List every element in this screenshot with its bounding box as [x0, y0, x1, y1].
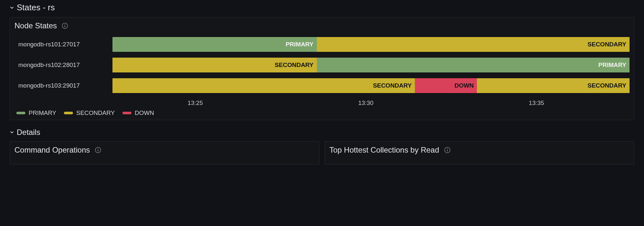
swatch-down-icon	[122, 112, 131, 114]
node-states-panel: Node States mongodb-rs101:27017 PRIMARY …	[10, 17, 634, 120]
chevron-down-icon	[10, 130, 14, 135]
hottest-collections-panel: Top Hottest Collections by Read	[325, 141, 634, 165]
swatch-primary-icon	[16, 112, 25, 114]
svg-rect-4	[98, 150, 98, 152]
chevron-down-icon	[10, 5, 14, 10]
segment-label: SECONDARY	[275, 61, 314, 69]
section-title-states: States - rs	[17, 3, 55, 13]
legend-item-secondary[interactable]: SECONDARY	[64, 109, 115, 117]
svg-rect-7	[447, 150, 448, 152]
state-segment-primary[interactable]: PRIMARY	[317, 58, 630, 72]
section-header-states[interactable]: States - rs	[10, 0, 634, 17]
axis-tick: 13:30	[358, 99, 374, 107]
swatch-secondary-icon	[64, 112, 73, 114]
node-label: mongodb-rs103:29017	[14, 82, 112, 89]
state-segment-secondary[interactable]: SECONDARY	[112, 78, 415, 93]
state-segment-secondary[interactable]: SECONDARY	[477, 78, 630, 93]
details-row: Command Operations Top Hottest Collectio…	[10, 141, 634, 165]
timeline-bar[interactable]: SECONDARY PRIMARY	[112, 58, 630, 72]
panel-header: Node States	[14, 21, 630, 30]
axis-tick: 13:35	[529, 99, 544, 107]
command-operations-panel: Command Operations	[10, 141, 319, 165]
panel-title-hottest: Top Hottest Collections by Read	[329, 146, 439, 155]
panel-title-node-states: Node States	[14, 21, 57, 30]
svg-point-5	[98, 148, 98, 149]
segment-label: SECONDARY	[587, 82, 626, 89]
svg-rect-1	[65, 25, 65, 27]
legend-label: DOWN	[135, 109, 154, 117]
timeline-area: mongodb-rs101:27017 PRIMARY SECONDARY mo…	[14, 37, 630, 117]
segment-label: DOWN	[454, 82, 474, 89]
info-icon[interactable]	[61, 22, 68, 29]
legend-item-down[interactable]: DOWN	[122, 109, 154, 117]
node-label: mongodb-rs102:28017	[14, 61, 112, 69]
segment-label: PRIMARY	[598, 61, 626, 69]
info-icon[interactable]	[444, 146, 451, 154]
section-header-details[interactable]: Details	[10, 125, 634, 141]
legend-item-primary[interactable]: PRIMARY	[16, 109, 56, 117]
panel-header: Top Hottest Collections by Read	[329, 146, 630, 155]
segment-label: PRIMARY	[286, 41, 314, 48]
legend-label: PRIMARY	[29, 109, 56, 117]
axis-tick: 13:25	[188, 99, 203, 107]
state-segment-secondary[interactable]: SECONDARY	[317, 37, 630, 52]
panel-header: Command Operations	[14, 146, 315, 155]
time-axis: 13:25 13:30 13:35	[112, 99, 630, 108]
timeline-bar[interactable]: SECONDARY DOWN SECONDARY	[112, 78, 630, 93]
timeline-row: mongodb-rs102:28017 SECONDARY PRIMARY	[14, 57, 630, 73]
timeline-bar[interactable]: PRIMARY SECONDARY	[112, 37, 630, 52]
svg-point-8	[447, 148, 447, 149]
state-segment-secondary[interactable]: SECONDARY	[112, 58, 317, 72]
segment-label: SECONDARY	[373, 82, 412, 89]
legend-label: SECONDARY	[76, 109, 115, 117]
legend: PRIMARY SECONDARY DOWN	[14, 109, 630, 117]
state-segment-primary[interactable]: PRIMARY	[112, 37, 317, 52]
node-label: mongodb-rs101:27017	[14, 41, 112, 48]
timeline-row: mongodb-rs103:29017 SECONDARY DOWN SECON…	[14, 78, 630, 93]
timeline-row: mongodb-rs101:27017 PRIMARY SECONDARY	[14, 37, 630, 52]
section-title-details: Details	[17, 128, 40, 137]
info-icon[interactable]	[94, 146, 102, 154]
svg-point-2	[65, 24, 65, 25]
segment-label: SECONDARY	[587, 41, 626, 48]
state-segment-down[interactable]: DOWN	[415, 78, 477, 93]
panel-title-command-ops: Command Operations	[14, 146, 90, 155]
